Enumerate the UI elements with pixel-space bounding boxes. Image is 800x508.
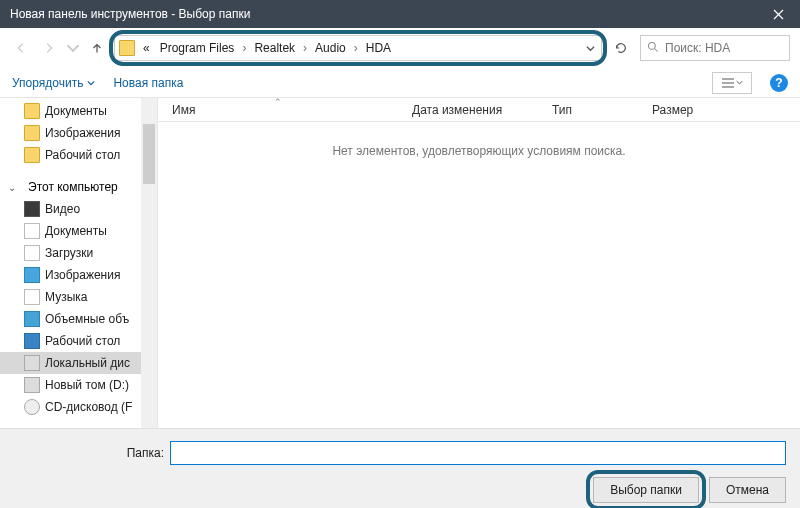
organize-menu[interactable]: Упорядочить: [12, 76, 95, 90]
search-icon: [647, 41, 659, 56]
footer: Папка: Выбор папки Отмена: [0, 428, 800, 508]
chevron-down-icon: [586, 44, 595, 53]
dl-icon: [24, 245, 40, 261]
tree-item[interactable]: Изображения: [0, 264, 157, 286]
refresh-button[interactable]: [608, 35, 634, 61]
view-icon: [722, 78, 734, 88]
sort-indicator-icon: ⌃: [274, 97, 282, 107]
breadcrumb-seg[interactable]: Realtek: [250, 41, 299, 55]
tree-item[interactable]: Документы: [0, 220, 157, 242]
chevron-down-icon: [66, 41, 80, 55]
organize-label: Упорядочить: [12, 76, 83, 90]
tree-item-label: Видео: [45, 202, 80, 216]
titlebar: Новая панель инструментов - Выбор папки: [0, 0, 800, 28]
breadcrumb-seg[interactable]: Audio: [311, 41, 350, 55]
chevron-down-icon: ⌄: [8, 182, 18, 193]
tree-item-label: Объемные объ: [45, 312, 129, 326]
chevron-down-icon: [87, 79, 95, 87]
svg-point-0: [649, 42, 656, 49]
folder-icon: [24, 147, 40, 163]
tree-item[interactable]: CD-дисковод (F: [0, 396, 157, 418]
scrollbar-thumb[interactable]: [143, 124, 155, 184]
desk-icon: [24, 333, 40, 349]
folder-icon: [24, 103, 40, 119]
tree-item[interactable]: Изображения: [0, 122, 157, 144]
tree-scrollbar[interactable]: [141, 98, 157, 428]
chevron-down-icon: [736, 79, 743, 86]
tree-item[interactable]: Новый том (D:): [0, 374, 157, 396]
disk-icon: [24, 355, 40, 371]
view-options[interactable]: [712, 72, 752, 94]
new-folder-button[interactable]: Новая папка: [113, 76, 183, 90]
tree-item[interactable]: Загрузки: [0, 242, 157, 264]
tree-item[interactable]: Документы: [0, 100, 157, 122]
tree-item[interactable]: Рабочий стол: [0, 330, 157, 352]
tree-item[interactable]: Музыка: [0, 286, 157, 308]
forward-button[interactable]: [38, 37, 60, 59]
column-headers: ⌃ Имя Дата изменения Тип Размер: [158, 98, 800, 122]
file-area: ⌃ Имя Дата изменения Тип Размер Нет элем…: [158, 98, 800, 428]
close-button[interactable]: [756, 0, 800, 28]
tree-item-label: Документы: [45, 224, 107, 238]
tree-item-label: Изображения: [45, 268, 120, 282]
help-button[interactable]: ?: [770, 74, 788, 92]
doc-icon: [24, 223, 40, 239]
tree-item-label: CD-дисковод (F: [45, 400, 132, 414]
col-type[interactable]: Тип: [538, 98, 638, 121]
nav-tree: ДокументыИзображенияРабочий стол⌄Этот ко…: [0, 98, 158, 428]
cancel-button[interactable]: Отмена: [709, 477, 786, 503]
tree-item[interactable]: Видео: [0, 198, 157, 220]
tree-item-label: Изображения: [45, 126, 120, 140]
back-button[interactable]: [10, 37, 32, 59]
close-icon: [773, 9, 784, 20]
arrow-right-icon: [42, 41, 56, 55]
folder-input-row: Папка:: [14, 441, 786, 465]
folder-input[interactable]: [170, 441, 786, 465]
tree-item-label: Рабочий стол: [45, 148, 120, 162]
nav-row: « Program Files › Realtek › Audio › HDA: [0, 28, 800, 68]
breadcrumb-seg[interactable]: HDA: [362, 41, 395, 55]
recent-dropdown[interactable]: [66, 37, 80, 59]
tree-item[interactable]: Рабочий стол: [0, 144, 157, 166]
tree-item-label: Локальный дис: [45, 356, 130, 370]
col-size[interactable]: Размер: [638, 98, 718, 121]
toolbar: Упорядочить Новая папка ?: [0, 68, 800, 98]
up-button[interactable]: [86, 37, 108, 59]
tree-item-label: Документы: [45, 104, 107, 118]
chevron-right-icon: ›: [301, 41, 309, 55]
tree-item-label: Музыка: [45, 290, 87, 304]
tree-item[interactable]: Объемные объ: [0, 308, 157, 330]
breadcrumb-prefix: «: [139, 41, 154, 55]
refresh-icon: [614, 41, 628, 55]
img-icon: [24, 267, 40, 283]
search-box[interactable]: [640, 35, 790, 61]
body: ДокументыИзображенияРабочий стол⌄Этот ко…: [0, 98, 800, 428]
address-bar[interactable]: « Program Files › Realtek › Audio › HDA: [114, 35, 602, 61]
tree-item-label: Рабочий стол: [45, 334, 120, 348]
empty-message: Нет элементов, удовлетворяющих условиям …: [158, 122, 800, 158]
cd-icon: [24, 399, 40, 415]
tree-group[interactable]: ⌄Этот компьютер: [0, 176, 157, 198]
tree-item-label: Загрузки: [45, 246, 93, 260]
tree-item-label: Этот компьютер: [28, 180, 118, 194]
button-row: Выбор папки Отмена: [14, 477, 786, 503]
address-dropdown[interactable]: [579, 36, 601, 60]
video-icon: [24, 201, 40, 217]
chevron-right-icon: ›: [352, 41, 360, 55]
select-folder-button[interactable]: Выбор папки: [593, 477, 699, 503]
music-icon: [24, 289, 40, 305]
arrow-up-icon: [90, 41, 104, 55]
breadcrumb: « Program Files › Realtek › Audio › HDA: [115, 36, 395, 60]
chevron-right-icon: ›: [240, 41, 248, 55]
breadcrumb-seg[interactable]: Program Files: [156, 41, 239, 55]
col-date[interactable]: Дата изменения: [398, 98, 538, 121]
tree-item[interactable]: Локальный дис: [0, 352, 157, 374]
col-name[interactable]: ⌃ Имя: [158, 98, 398, 121]
window-title: Новая панель инструментов - Выбор папки: [10, 7, 756, 21]
arrow-left-icon: [14, 41, 28, 55]
search-input[interactable]: [665, 41, 783, 55]
folder-icon: [24, 125, 40, 141]
folder-icon: [119, 40, 135, 56]
folder-label: Папка:: [14, 446, 164, 460]
3d-icon: [24, 311, 40, 327]
